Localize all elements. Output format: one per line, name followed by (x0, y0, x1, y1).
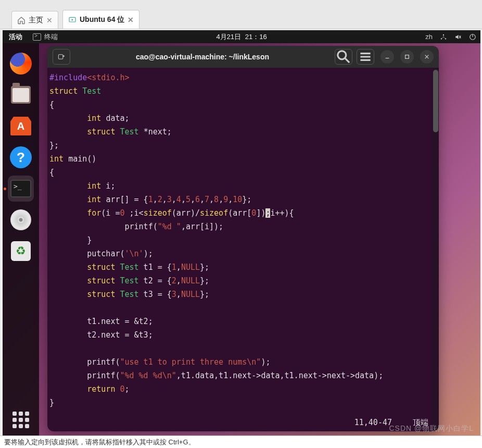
new-tab-button[interactable] (53, 49, 70, 65)
search-button[interactable] (335, 49, 352, 65)
power-icon (469, 33, 476, 41)
new-tab-icon (58, 53, 65, 60)
terminal-title: cao@cao-virtual-machine: ~/linkLeson (74, 53, 331, 61)
tab-home-label: 主页 (29, 16, 43, 25)
svg-line-11 (345, 58, 349, 63)
vmware-statusbar: 要将输入定向到该虚拟机，请将鼠标指针移入其中或按 Ctrl+G。 (0, 435, 482, 448)
ubuntu-desktop: 活动 终端 4月21日 21：16 zh ? (3, 30, 480, 435)
gnome-topbar: 活动 终端 4月21日 21：16 zh (3, 30, 480, 43)
minimize-button[interactable] (380, 50, 394, 64)
help-icon: ? (10, 146, 32, 168)
vmware-tab-home[interactable]: 主页 ✕ (11, 11, 58, 29)
svg-rect-9 (58, 55, 62, 59)
scrollbar-thumb[interactable] (433, 70, 438, 132)
software-icon (10, 117, 31, 135)
clock[interactable]: 4月21日 21：16 (216, 32, 267, 42)
svg-rect-16 (405, 55, 409, 59)
dock-terminal[interactable] (8, 176, 34, 202)
hamburger-icon (357, 48, 374, 65)
folder-icon (11, 86, 31, 104)
dock-files[interactable] (8, 82, 34, 108)
terminal-icon (10, 180, 31, 197)
terminal-body[interactable]: #include<stdio.h> struct Test { int data… (47, 68, 439, 431)
clock-date: 4月21日 (216, 32, 241, 42)
vmware-tab-vm[interactable]: Ubuntu 64 位 ✕ (62, 10, 139, 29)
svg-marker-1 (72, 19, 73, 21)
clock-time: 21：16 (245, 32, 267, 42)
watermark: CSDN @物联网小白学L (389, 424, 474, 433)
tab-vm-label: Ubuntu 64 位 (80, 15, 124, 24)
system-tray[interactable]: zh (425, 33, 476, 41)
close-icon[interactable]: ✕ (46, 16, 53, 24)
show-apps-button[interactable] (10, 409, 31, 430)
appmenu-label: 终端 (44, 32, 58, 42)
vmware-tab-bar: 主页 ✕ Ubuntu 64 位 ✕ (0, 0, 482, 29)
code-content: #include<stdio.h> struct Test { int data… (49, 71, 437, 409)
terminal-window: cao@cao-virtual-machine: ~/linkLeson #in… (47, 46, 439, 431)
dock-firefox[interactable] (8, 51, 34, 77)
dock-help[interactable]: ? (8, 144, 34, 170)
activities-button[interactable]: 活动 (9, 32, 22, 42)
disc-icon (10, 209, 31, 230)
trash-icon (11, 241, 31, 261)
vmware-hint: 要将输入定向到该虚拟机，请将鼠标指针移入其中或按 Ctrl+G。 (4, 438, 195, 447)
dock-trash[interactable] (8, 238, 34, 264)
dock: ? (3, 43, 39, 435)
firefox-icon (10, 53, 32, 74)
home-icon (17, 16, 26, 24)
cursor-position: 11,40-47 (354, 416, 392, 429)
svg-point-10 (338, 51, 346, 59)
dock-software[interactable] (8, 113, 34, 139)
vm-icon (68, 16, 77, 24)
terminal-icon (33, 33, 41, 41)
network-icon (440, 33, 447, 41)
search-icon (335, 48, 352, 65)
menu-button[interactable] (357, 49, 374, 65)
terminal-titlebar: cao@cao-virtual-machine: ~/linkLeson (47, 46, 439, 68)
input-language[interactable]: zh (425, 33, 433, 41)
svg-point-2 (443, 34, 444, 35)
appmenu-terminal[interactable]: 终端 (33, 32, 58, 42)
volume-icon (454, 33, 462, 41)
dock-disc[interactable] (8, 207, 34, 233)
close-icon[interactable]: ✕ (128, 16, 134, 24)
close-button[interactable] (420, 50, 434, 64)
maximize-button[interactable] (400, 50, 414, 64)
